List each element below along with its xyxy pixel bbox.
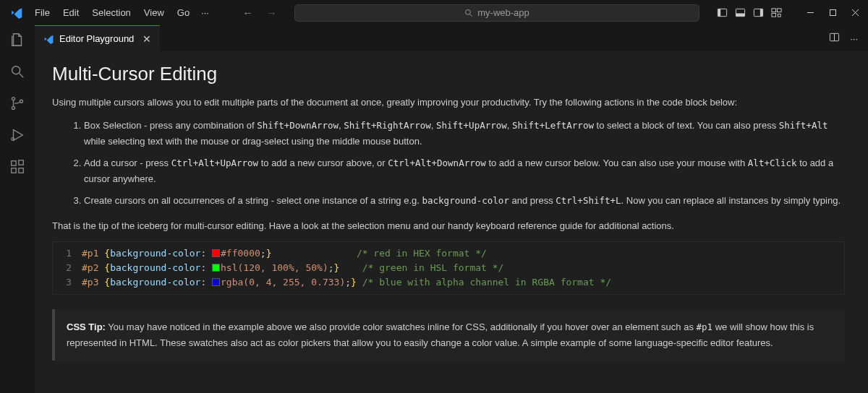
command-center[interactable]: my-web-app	[294, 4, 699, 22]
svg-rect-13	[830, 10, 836, 16]
svg-rect-23	[12, 168, 16, 173]
split-editor-icon[interactable]	[829, 32, 840, 45]
tab-editor-playground[interactable]: Editor Playground ✕	[35, 25, 160, 51]
svg-point-19	[12, 106, 14, 109]
explorer-icon[interactable]	[9, 31, 26, 48]
window-controls	[717, 7, 862, 18]
extensions-icon[interactable]	[9, 158, 26, 176]
color-swatch-icon[interactable]	[212, 278, 220, 286]
svg-rect-10	[772, 13, 776, 17]
more-actions-icon[interactable]: ···	[850, 33, 858, 44]
outro-text: That is the tip of the iceberg for multi…	[52, 219, 845, 234]
svg-rect-5	[736, 13, 744, 16]
svg-point-16	[12, 66, 20, 74]
vscode-logo-icon	[9, 6, 23, 20]
code-line: #p1 {background-color: #ff0000;} /* red …	[82, 246, 844, 261]
svg-line-17	[20, 74, 24, 78]
svg-point-21	[12, 138, 14, 141]
nav-arrows: ← →	[242, 7, 277, 19]
svg-point-0	[466, 9, 471, 14]
code-line: #p3 {background-color: rgba(0, 4, 255, 0…	[82, 275, 844, 290]
svg-rect-7	[760, 9, 763, 16]
menu-edit[interactable]: Edit	[57, 4, 85, 21]
menu-bar: File Edit Selection View Go ···	[29, 4, 213, 21]
editor-content: Multi-Cursor Editing Using multiple curs…	[35, 51, 868, 393]
command-center-text: my-web-app	[477, 7, 529, 18]
svg-rect-11	[778, 14, 780, 17]
layout-sidebar-left-icon[interactable]	[717, 7, 728, 18]
color-swatch-icon[interactable]	[212, 264, 220, 272]
menu-view[interactable]: View	[138, 4, 170, 21]
menu-file[interactable]: File	[29, 4, 56, 21]
svg-rect-8	[772, 9, 776, 12]
layout-panel-icon[interactable]	[735, 7, 746, 18]
intro-text: Using multiple cursors allows you to edi…	[52, 95, 845, 111]
svg-rect-24	[19, 168, 23, 173]
code-lines: #p1 {background-color: #ff0000;} /* red …	[82, 242, 844, 294]
list-item: Add a cursor - press Ctrl+Alt+UpArrow to…	[84, 155, 845, 187]
svg-point-18	[12, 98, 14, 100]
svg-line-1	[470, 14, 472, 16]
code-line: #p2 {background-color: hsl(120, 100%, 50…	[82, 261, 844, 275]
editor-area: Editor Playground ✕ ··· Multi-Cursor Edi…	[35, 25, 868, 393]
tip-callout: CSS Tip: You may have noticed in the exa…	[52, 309, 845, 360]
tip-label: CSS Tip:	[67, 321, 106, 332]
svg-rect-9	[777, 9, 781, 12]
list-item: Create cursors on all occurrences of a s…	[84, 193, 845, 209]
nav-forward-icon[interactable]: →	[266, 7, 277, 19]
menu-go[interactable]: Go	[171, 4, 195, 21]
search-icon	[464, 9, 473, 17]
svg-rect-25	[19, 160, 23, 165]
run-debug-icon[interactable]	[9, 126, 26, 144]
window-maximize-icon[interactable]	[826, 7, 840, 18]
source-control-icon[interactable]	[9, 95, 26, 112]
line-gutter: 1 2 3	[53, 242, 82, 294]
vscode-tab-icon	[43, 34, 54, 44]
layout-customize-icon[interactable]	[771, 7, 782, 18]
layout-sidebar-right-icon[interactable]	[753, 7, 764, 18]
menu-overflow-icon[interactable]: ···	[197, 4, 213, 21]
window-minimize-icon[interactable]	[804, 7, 817, 18]
tab-label: Editor Playground	[59, 33, 134, 44]
color-swatch-icon[interactable]	[212, 249, 220, 257]
tab-close-icon[interactable]: ✕	[142, 33, 151, 45]
search-icon[interactable]	[9, 63, 26, 80]
list-item: Box Selection - press any combination of…	[84, 118, 845, 150]
titlebar: File Edit Selection View Go ··· ← → my-w…	[0, 0, 868, 25]
svg-rect-22	[12, 161, 16, 165]
menu-selection[interactable]: Selection	[86, 4, 136, 21]
svg-rect-3	[718, 9, 720, 16]
nav-back-icon[interactable]: ←	[242, 7, 253, 19]
instructions-list: Box Selection - press any combination of…	[84, 118, 845, 209]
tab-bar: Editor Playground ✕ ···	[35, 25, 868, 51]
page-title: Multi-Cursor Editing	[52, 63, 845, 85]
code-block[interactable]: 1 2 3 #p1 {background-color: #ff0000;} /…	[52, 241, 845, 295]
activity-bar	[0, 25, 35, 393]
window-close-icon[interactable]	[848, 7, 862, 18]
